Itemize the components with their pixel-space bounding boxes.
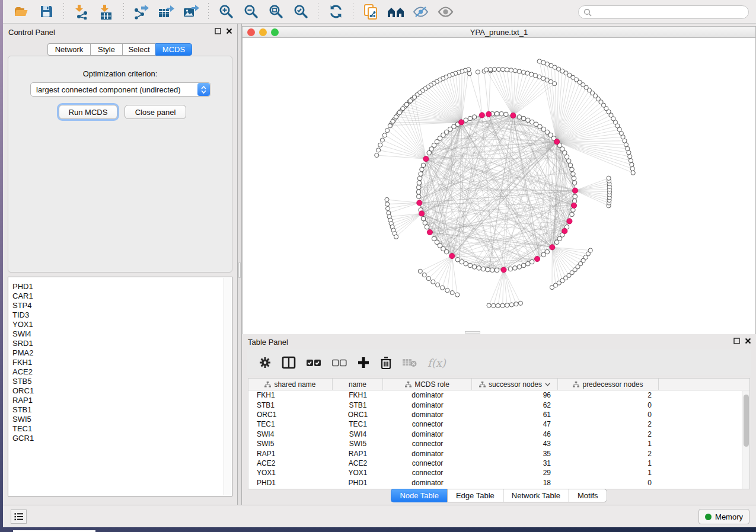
float-panel-icon[interactable] xyxy=(215,28,221,34)
optimization-criterion-dropdown[interactable]: largest connected component (undirected) xyxy=(30,82,211,97)
cell-name[interactable]: ACE2 xyxy=(333,459,383,467)
mcds-node-item[interactable]: STB1 xyxy=(12,405,224,415)
cell-shared-name[interactable]: TEC1 xyxy=(248,420,333,428)
cell-predecessor-nodes[interactable]: 0 xyxy=(558,479,659,487)
cell-MCDS-role[interactable]: connector xyxy=(383,469,472,477)
export-table-button[interactable] xyxy=(156,2,176,21)
cell-MCDS-role[interactable]: dominator xyxy=(383,391,472,399)
show-columns-button[interactable] xyxy=(282,356,296,369)
cell-name[interactable]: TEC1 xyxy=(333,420,383,428)
cell-shared-name[interactable]: RAP1 xyxy=(248,450,333,458)
cell-MCDS-role[interactable]: dominator xyxy=(383,450,472,458)
table-row[interactable]: TEC1TEC1connector472 xyxy=(248,419,749,429)
cell-predecessor-nodes[interactable]: 1 xyxy=(558,469,659,477)
cell-predecessor-nodes[interactable]: 0 xyxy=(558,401,659,409)
cell-shared-name[interactable]: SWI4 xyxy=(248,430,333,438)
cell-MCDS-role[interactable]: dominator xyxy=(383,411,472,419)
vertical-splitter[interactable] xyxy=(237,24,242,505)
table-row[interactable]: FKH1FKH1dominator962 xyxy=(248,390,749,400)
cell-successor-nodes[interactable]: 29 xyxy=(472,469,558,477)
cell-successor-nodes[interactable]: 35 xyxy=(472,450,558,458)
mcds-node-item[interactable]: SWI4 xyxy=(12,329,224,339)
cell-predecessor-nodes[interactable]: 1 xyxy=(558,440,659,448)
deselect-all-button[interactable] xyxy=(331,358,347,367)
cell-successor-nodes[interactable]: 18 xyxy=(472,479,558,487)
scrollbar-thumb[interactable] xyxy=(744,395,749,447)
function-builder-button[interactable]: f(x) xyxy=(428,357,446,369)
splitter-grabber[interactable] xyxy=(238,262,241,278)
close-panel-icon[interactable] xyxy=(226,28,232,34)
mcds-list-scrollbar[interactable] xyxy=(224,278,231,495)
cell-successor-nodes[interactable]: 31 xyxy=(472,459,558,467)
search-field[interactable] xyxy=(578,5,749,19)
horizontal-splitter-grabber[interactable] xyxy=(465,331,480,334)
network-from-selection-button[interactable] xyxy=(361,2,381,21)
float-panel-icon[interactable] xyxy=(733,338,740,344)
zoom-selected-button[interactable] xyxy=(291,2,311,21)
column-header-MCDS-role[interactable]: MCDS role xyxy=(383,379,472,390)
column-header-predecessor-nodes[interactable]: predecessor nodes xyxy=(558,379,659,390)
tab-mcds[interactable]: MCDS xyxy=(155,43,192,56)
mcds-node-item[interactable]: STB5 xyxy=(12,377,224,386)
column-header-successor-nodes[interactable]: successor nodes xyxy=(472,379,558,390)
network-titlebar[interactable]: YPA_prune.txt_1 xyxy=(243,27,755,38)
table-row[interactable]: RAP1RAP1dominator352 xyxy=(248,448,749,458)
cell-shared-name[interactable]: YOX1 xyxy=(248,469,333,477)
mcds-node-item[interactable]: CAR1 xyxy=(12,291,224,301)
zoom-fit-button[interactable] xyxy=(266,2,286,21)
cell-shared-name[interactable]: ORC1 xyxy=(248,411,333,419)
delete-rows-button[interactable] xyxy=(380,356,392,370)
show-all-button[interactable] xyxy=(435,2,455,21)
cell-predecessor-nodes[interactable]: 0 xyxy=(558,411,659,419)
table-settings-button[interactable] xyxy=(259,356,272,369)
cell-shared-name[interactable]: FKH1 xyxy=(248,391,333,399)
close-panel-button[interactable]: Close panel xyxy=(125,105,186,119)
tab-node-table[interactable]: Node Table xyxy=(391,489,447,502)
cell-name[interactable]: FKH1 xyxy=(333,391,383,399)
cell-shared-name[interactable]: PHD1 xyxy=(248,479,333,487)
hide-selected-button[interactable] xyxy=(410,2,430,21)
cell-name[interactable]: PHD1 xyxy=(333,479,383,487)
mcds-node-item[interactable]: GCR1 xyxy=(12,434,224,443)
save-session-button[interactable] xyxy=(36,2,56,21)
cell-MCDS-role[interactable]: connector xyxy=(383,420,472,428)
tab-select[interactable]: Select xyxy=(122,43,155,56)
cell-predecessor-nodes[interactable]: 1 xyxy=(558,459,659,467)
mcds-node-item[interactable]: TID3 xyxy=(12,310,224,320)
run-mcds-button[interactable]: Run MCDS xyxy=(59,105,117,119)
import-table-button[interactable] xyxy=(96,2,116,21)
cell-predecessor-nodes[interactable]: 2 xyxy=(558,450,659,458)
cell-successor-nodes[interactable]: 47 xyxy=(472,420,558,428)
tab-motifs[interactable]: Motifs xyxy=(569,489,607,502)
mcds-node-item[interactable]: FKH1 xyxy=(12,358,224,367)
zoom-in-button[interactable] xyxy=(216,2,236,21)
cell-MCDS-role[interactable]: dominator xyxy=(383,479,472,487)
tab-style[interactable]: Style xyxy=(90,43,122,56)
mcds-node-item[interactable]: YOX1 xyxy=(12,320,224,329)
table-scrollbar[interactable] xyxy=(742,391,749,489)
cell-name[interactable]: SWI4 xyxy=(333,430,383,438)
column-header-shared-name[interactable]: shared name xyxy=(248,379,333,390)
mcds-node-item[interactable]: PHD1 xyxy=(12,282,224,291)
cell-predecessor-nodes[interactable]: 2 xyxy=(558,391,659,399)
column-header-name[interactable]: name xyxy=(333,379,383,390)
cell-successor-nodes[interactable]: 96 xyxy=(472,391,558,399)
import-network-button[interactable] xyxy=(71,2,91,21)
table-row[interactable]: ORC1ORC1dominator610 xyxy=(248,410,749,419)
cell-name[interactable]: ORC1 xyxy=(333,411,383,419)
mcds-node-item[interactable]: RAP1 xyxy=(12,396,224,405)
cell-MCDS-role[interactable]: dominator xyxy=(383,430,472,438)
cell-predecessor-nodes[interactable]: 2 xyxy=(558,430,659,438)
zoom-out-button[interactable] xyxy=(241,2,261,21)
mcds-node-item[interactable]: TEC1 xyxy=(12,424,224,434)
table-row[interactable]: PHD1PHD1dominator180 xyxy=(248,478,749,488)
delete-table-button[interactable] xyxy=(402,357,417,368)
cell-successor-nodes[interactable]: 43 xyxy=(472,440,558,448)
cell-shared-name[interactable]: ACE2 xyxy=(248,459,333,467)
cell-name[interactable]: SWI5 xyxy=(333,440,383,448)
select-all-button[interactable] xyxy=(306,358,321,367)
table-row[interactable]: SWI4SWI4dominator462 xyxy=(248,430,749,439)
refresh-view-button[interactable] xyxy=(326,2,346,21)
cell-successor-nodes[interactable]: 62 xyxy=(472,401,558,409)
cell-predecessor-nodes[interactable]: 2 xyxy=(558,420,659,428)
